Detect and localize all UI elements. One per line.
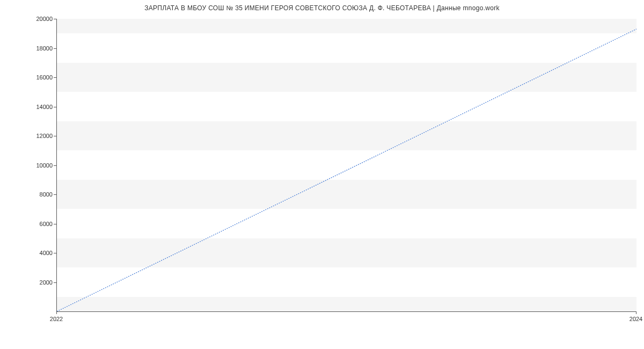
y-tick-label: 2000 (20, 279, 53, 286)
y-tick-label: 10000 (20, 162, 53, 169)
y-tick-label: 6000 (20, 221, 53, 227)
y-tick-label: 12000 (20, 133, 53, 139)
line-series (57, 19, 636, 311)
x-tick-label: 2024 (630, 316, 642, 322)
y-tick-label: 18000 (20, 45, 53, 52)
chart-title: ЗАРПЛАТА В МБОУ СОШ № 35 ИМЕНИ ГЕРОЯ СОВ… (0, 4, 644, 12)
x-tick-label: 2022 (50, 316, 63, 322)
y-tick-label: 14000 (20, 104, 53, 110)
y-tick-label: 4000 (20, 250, 53, 256)
y-tick-label: 8000 (20, 191, 53, 198)
y-tick-label: 20000 (20, 16, 53, 22)
line-chart: ЗАРПЛАТА В МБОУ СОШ № 35 ИМЕНИ ГЕРОЯ СОВ… (0, 0, 644, 349)
plot-area (56, 19, 636, 312)
y-tick-label: 16000 (20, 74, 53, 81)
